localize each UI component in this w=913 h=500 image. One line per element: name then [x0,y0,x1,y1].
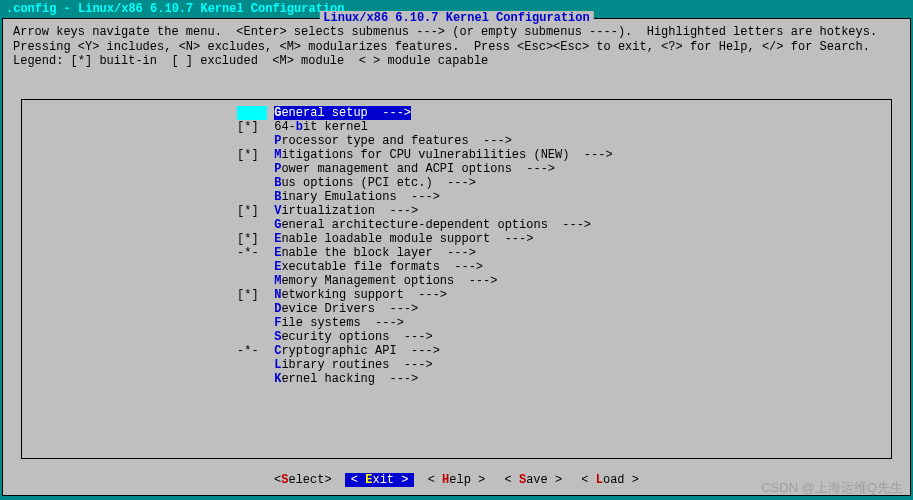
menu-item[interactable]: Power management and ACPI options ---> [22,162,891,176]
menu-mark: [*] [237,148,267,162]
menu-label: Device Drivers ---> [274,302,418,316]
menu-mark [237,316,267,330]
menu-mark: [*] [237,232,267,246]
menu-item[interactable]: Processor type and features ---> [22,134,891,148]
menu-label: Enable loadable module support ---> [274,232,533,246]
menu-mark [237,162,267,176]
menu-mark: [*] [237,120,267,134]
menu-item[interactable]: Bus options (PCI etc.) ---> [22,176,891,190]
menu-mark [237,190,267,204]
dialog-button[interactable]: < Exit > [345,473,415,487]
menu-item[interactable]: Memory Management options ---> [22,274,891,288]
dialog-button[interactable]: < Save > [499,473,569,487]
menu-label: Kernel hacking ---> [274,372,418,386]
dialog-title: Linux/x86 6.10.7 Kernel Configuration [319,11,593,25]
menu-label: General architecture-dependent options -… [274,218,591,232]
menu-item[interactable]: Executable file formats ---> [22,260,891,274]
menu-item[interactable]: File systems ---> [22,316,891,330]
dialog-button[interactable]: <Select> [268,473,338,487]
menu-list[interactable]: General setup --->[*] 64-bit kernel Proc… [21,99,892,459]
menu-mark [237,358,267,372]
menu-mark: -*- [237,246,267,260]
menu-mark [237,134,267,148]
menu-mark [237,106,267,120]
menu-label: Library routines ---> [274,358,432,372]
menu-label: Cryptographic API ---> [274,344,440,358]
menu-item[interactable]: [*] Mitigations for CPU vulnerabilities … [22,148,891,162]
dialog-button[interactable]: < Help > [422,473,492,487]
menu-mark [237,330,267,344]
menu-item[interactable]: [*] Enable loadable module support ---> [22,232,891,246]
menu-item[interactable]: -*- Enable the block layer ---> [22,246,891,260]
menu-item[interactable]: -*- Cryptographic API ---> [22,344,891,358]
menu-mark [237,274,267,288]
menu-label: Networking support ---> [274,288,447,302]
menu-label: Memory Management options ---> [274,274,497,288]
menu-label: Power management and ACPI options ---> [274,162,555,176]
menu-mark [237,302,267,316]
menu-label: Virtualization ---> [274,204,418,218]
menu-mark [237,176,267,190]
menu-label: Processor type and features ---> [274,134,512,148]
menu-item[interactable]: [*] Networking support ---> [22,288,891,302]
menu-item[interactable]: Device Drivers ---> [22,302,891,316]
button-bar: <Select> < Exit > < Help > < Save > < Lo… [3,473,910,487]
menu-mark [237,260,267,274]
menu-label: Enable the block layer ---> [274,246,476,260]
menu-mark: -*- [237,344,267,358]
menu-item[interactable]: Library routines ---> [22,358,891,372]
menu-label: Mitigations for CPU vulnerabilities (NEW… [274,148,612,162]
menu-item[interactable]: Security options ---> [22,330,891,344]
menu-label: General setup ---> [274,106,411,120]
dialog-frame: Linux/x86 6.10.7 Kernel Configuration Ar… [2,18,911,496]
menu-item[interactable]: [*] 64-bit kernel [22,120,891,134]
menu-mark: [*] [237,288,267,302]
menu-item[interactable]: [*] Virtualization ---> [22,204,891,218]
menu-label: Binary Emulations ---> [274,190,440,204]
terminal-background: .config - Linux/x86 6.10.7 Kernel Config… [0,0,913,500]
menu-mark [237,372,267,386]
menu-item[interactable]: Binary Emulations ---> [22,190,891,204]
menu-item[interactable]: General setup ---> [22,106,891,120]
menu-label: Executable file formats ---> [274,260,483,274]
menu-mark [237,218,267,232]
menu-item[interactable]: Kernel hacking ---> [22,372,891,386]
menu-label: Security options ---> [274,330,432,344]
help-text: Arrow keys navigate the menu. <Enter> se… [3,19,910,72]
dialog-button[interactable]: < Load > [575,473,645,487]
menu-label: 64-bit kernel [274,120,368,134]
menu-item[interactable]: General architecture-dependent options -… [22,218,891,232]
menu-mark: [*] [237,204,267,218]
menu-label: File systems ---> [274,316,404,330]
menu-label: Bus options (PCI etc.) ---> [274,176,476,190]
